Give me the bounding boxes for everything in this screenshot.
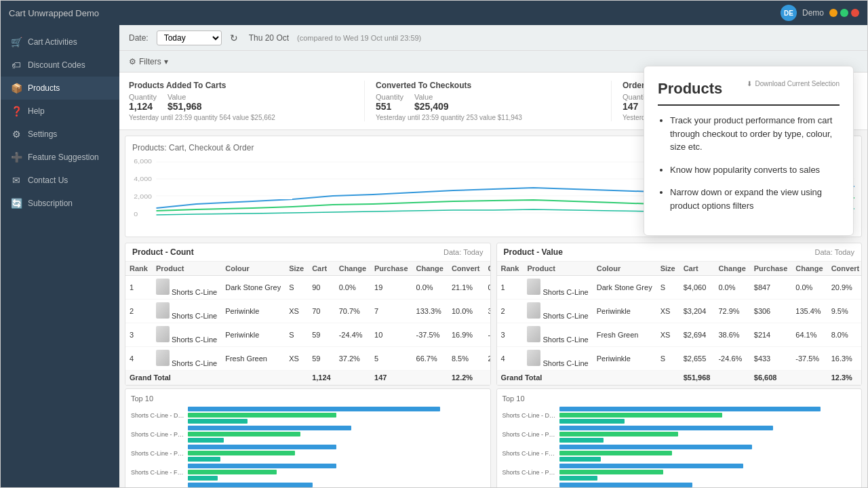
sidebar-item-contact[interactable]: ✉ Contact Us bbox=[1, 169, 119, 192]
filter-icon: ⚙ bbox=[129, 57, 136, 66]
count-data-table: Rank Product Colour Size Cart Change Pur… bbox=[125, 262, 491, 385]
sidebar-label-subscription: Subscription bbox=[28, 199, 73, 208]
table-row: 2 Shorts C-Line Periwinkle XS 70 70.7% 7… bbox=[125, 300, 491, 323]
svg-text:0: 0 bbox=[134, 211, 138, 218]
vcol-colour: Colour bbox=[593, 262, 656, 276]
popup-bullets: Track your product performance from cart… bbox=[658, 114, 840, 212]
vcol-rank: Rank bbox=[497, 262, 524, 276]
stat-cart-qty: 1,124 bbox=[129, 101, 157, 112]
products-popup: Products ⬇ Download Current Selection Tr… bbox=[644, 66, 854, 236]
bar-green bbox=[559, 470, 663, 474]
bar-label: Shorts C-Line - Fresh Green - XS bbox=[502, 450, 557, 457]
cart-icon: 🛒 bbox=[10, 37, 22, 47]
bar-blue bbox=[559, 464, 743, 468]
bar-chart-row: Shorts C-Line - Periwinkle - S bbox=[502, 464, 856, 481]
date-label: Date: bbox=[129, 33, 149, 43]
popup-download-btn[interactable]: ⬇ Download Current Selection bbox=[747, 80, 840, 87]
close-button[interactable] bbox=[851, 9, 859, 17]
sidebar-item-subscription[interactable]: 🔄 Subscription bbox=[1, 192, 119, 215]
bar-blue bbox=[559, 445, 752, 449]
stat-checkout-qty-label: Quantity bbox=[376, 93, 403, 101]
download-icon: ⬇ bbox=[747, 80, 752, 87]
bar-chart-row: Shorts C-Line - Dark Stone Grey - S bbox=[131, 407, 485, 424]
avatar: DE bbox=[781, 5, 797, 21]
bar-blue bbox=[188, 445, 336, 449]
product-thumb bbox=[527, 350, 540, 366]
bar-blue bbox=[559, 426, 773, 430]
product-thumb bbox=[156, 350, 170, 366]
stat-cart-title: Products Added To Carts bbox=[129, 81, 353, 90]
bars bbox=[188, 483, 485, 487]
bars bbox=[188, 407, 485, 424]
bar-blue bbox=[559, 407, 821, 411]
sidebar-label-cart: Cart Activities bbox=[28, 37, 77, 47]
bar-blue bbox=[188, 483, 313, 487]
maximize-button[interactable] bbox=[840, 9, 848, 17]
col-change1: Change bbox=[335, 262, 370, 276]
table-row: 3 Shorts C-Line Fresh Green XS $2,694 38… bbox=[497, 323, 863, 347]
bar-teal bbox=[188, 438, 224, 443]
contact-icon: ✉ bbox=[10, 175, 22, 186]
sidebar-item-help[interactable]: ❓ Help bbox=[1, 100, 119, 123]
bar-teal bbox=[559, 457, 601, 462]
count-table-data-label: Data: Today bbox=[443, 248, 484, 256]
stat-checkout-val: $25,409 bbox=[414, 101, 449, 112]
bar-blue bbox=[559, 483, 693, 487]
vcol-product: Product bbox=[523, 262, 592, 276]
refresh-button[interactable]: ↻ bbox=[230, 33, 238, 43]
bar-teal bbox=[188, 476, 218, 481]
table-row: 2 Shorts C-Line Periwinkle XS $3,204 72.… bbox=[497, 300, 863, 323]
bars bbox=[559, 426, 856, 443]
bars bbox=[559, 483, 856, 487]
bar-blue bbox=[188, 464, 336, 468]
main-content: Date: Today Yesterday Last 7 days ↻ Thu … bbox=[119, 25, 867, 487]
svg-text:2,000: 2,000 bbox=[134, 193, 152, 200]
bar-chart-row: Shorts C-Line - Fresh Green - XS bbox=[502, 445, 856, 462]
count-bar-chart: Top 10 Shorts C-Line - Dark Stone Grey -… bbox=[125, 388, 491, 487]
sidebar-item-feature[interactable]: ➕ Feature Suggestion bbox=[1, 146, 119, 169]
col-purchase: Purchase bbox=[370, 262, 412, 276]
bar-chart-row: Shorts C-Line - Dark Stone Grey - YS bbox=[131, 483, 485, 487]
sidebar-label-feature: Feature Suggestion bbox=[28, 152, 99, 162]
minimize-button[interactable] bbox=[829, 9, 837, 17]
svg-text:4,000: 4,000 bbox=[134, 176, 152, 182]
product-thumb bbox=[156, 279, 170, 295]
vcol-size: Size bbox=[656, 262, 679, 276]
sidebar-item-cart-activities[interactable]: 🛒 Cart Activities bbox=[1, 30, 119, 54]
bar-green bbox=[559, 451, 672, 455]
tables-container: Product - Count Data: Today Rank Product… bbox=[119, 243, 867, 388]
popup-header: Products ⬇ Download Current Selection bbox=[658, 80, 840, 106]
sidebar-item-discount-codes[interactable]: 🏷 Discount Codes bbox=[1, 54, 119, 77]
bar-charts-row: Top 10 Shorts C-Line - Dark Stone Grey -… bbox=[119, 388, 867, 487]
stat-checkout-qty: 551 bbox=[376, 101, 403, 112]
col-rank: Rank bbox=[125, 262, 152, 276]
sidebar-item-products[interactable]: 📦 Products bbox=[1, 77, 119, 100]
sidebar-label-contact: Contact Us bbox=[28, 176, 68, 185]
filter-button[interactable]: ⚙ Filters ▾ bbox=[129, 57, 168, 66]
sidebar-item-settings[interactable]: ⚙ Settings bbox=[1, 123, 119, 146]
bar-teal bbox=[559, 419, 625, 424]
table-row: 4 Shorts C-Line Periwinkle S $2,655 -24.… bbox=[497, 347, 863, 371]
date-select[interactable]: Today Yesterday Last 7 days bbox=[157, 30, 222, 45]
table-row: 3 Shorts C-Line Periwinkle S 59 -24.4% 1… bbox=[125, 323, 491, 347]
user-label: Demo bbox=[802, 8, 824, 18]
bar-green bbox=[188, 470, 277, 474]
bars bbox=[188, 426, 485, 443]
bar-label: Shorts C-Line - Dark Stone Grey - S bbox=[502, 412, 557, 419]
bars bbox=[559, 407, 856, 424]
sidebar-label-discount: Discount Codes bbox=[28, 60, 85, 70]
value-table-header: Product - Value Data: Today bbox=[497, 243, 862, 262]
date-range: Thu 20 Oct bbox=[249, 33, 289, 43]
table-row: 4 Shorts C-Line Fresh Green XS 59 37.2% … bbox=[125, 347, 491, 371]
popup-bullet-2: Know how popularity converts to sales bbox=[670, 163, 840, 177]
bar-teal bbox=[188, 419, 248, 424]
stat-cart-qty-label: Quantity bbox=[129, 93, 157, 101]
count-table-title: Product - Count bbox=[132, 247, 194, 257]
value-table-data-label: Data: Today bbox=[814, 248, 854, 256]
stat-checkout: Converted To Checkouts Quantity 551 Valu… bbox=[365, 81, 612, 121]
bar-label: Shorts C-Line - Periwinkle - XS bbox=[502, 431, 557, 438]
bar-chart-row: Shorts C-Line - Periwinkle - XS bbox=[502, 426, 856, 443]
bar-chart-row: Shorts C-Line - Periwinkle - S bbox=[131, 445, 485, 462]
stat-checkout-val-label: Value bbox=[414, 93, 449, 101]
value-table-section: Product - Value Data: Today Rank Product… bbox=[496, 243, 863, 386]
